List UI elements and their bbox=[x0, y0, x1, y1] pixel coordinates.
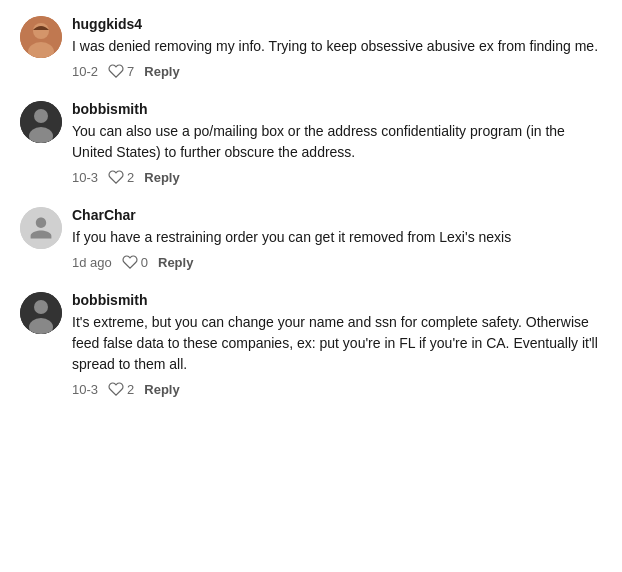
comment-text: I was denied removing my info. Trying to… bbox=[72, 36, 602, 57]
comment-text: You can also use a po/mailing box or the… bbox=[72, 121, 602, 163]
reply-button[interactable]: Reply bbox=[144, 64, 179, 79]
comment-meta: 10-3 2Reply bbox=[72, 381, 602, 397]
like-count: 7 bbox=[127, 64, 134, 79]
svg-point-4 bbox=[34, 109, 48, 123]
like-button[interactable]: 0 bbox=[122, 254, 148, 270]
comment-username: huggkids4 bbox=[72, 16, 602, 32]
heart-icon bbox=[108, 381, 124, 397]
reply-button[interactable]: Reply bbox=[144, 170, 179, 185]
comment-date: 1d ago bbox=[72, 255, 112, 270]
comment-text: If you have a restraining order you can … bbox=[72, 227, 602, 248]
comment-text: It's extreme, but you can change your na… bbox=[72, 312, 602, 375]
like-count: 2 bbox=[127, 382, 134, 397]
comment-item: bobbismithYou can also use a po/mailing … bbox=[20, 101, 602, 185]
like-button[interactable]: 2 bbox=[108, 169, 134, 185]
comment-username: bobbismith bbox=[72, 101, 602, 117]
avatar bbox=[20, 16, 62, 58]
comment-date: 10-3 bbox=[72, 382, 98, 397]
reply-button[interactable]: Reply bbox=[158, 255, 193, 270]
like-count: 0 bbox=[141, 255, 148, 270]
comment-meta: 1d ago 0Reply bbox=[72, 254, 602, 270]
svg-point-7 bbox=[34, 300, 48, 314]
comment-meta: 10-3 2Reply bbox=[72, 169, 602, 185]
comment-meta: 10-2 7Reply bbox=[72, 63, 602, 79]
comment-item: bobbismithIt's extreme, but you can chan… bbox=[20, 292, 602, 397]
like-button[interactable]: 2 bbox=[108, 381, 134, 397]
heart-icon bbox=[108, 169, 124, 185]
avatar bbox=[20, 292, 62, 334]
comment-item: CharCharIf you have a restraining order … bbox=[20, 207, 602, 270]
comment-item: huggkids4I was denied removing my info. … bbox=[20, 16, 602, 79]
svg-point-1 bbox=[33, 23, 49, 39]
heart-icon bbox=[122, 254, 138, 270]
comment-body: huggkids4I was denied removing my info. … bbox=[72, 16, 602, 79]
avatar bbox=[20, 101, 62, 143]
comments-list: huggkids4I was denied removing my info. … bbox=[20, 16, 602, 397]
like-count: 2 bbox=[127, 170, 134, 185]
heart-icon bbox=[108, 63, 124, 79]
avatar bbox=[20, 207, 62, 249]
comment-date: 10-3 bbox=[72, 170, 98, 185]
comment-username: bobbismith bbox=[72, 292, 602, 308]
comment-body: bobbismithIt's extreme, but you can chan… bbox=[72, 292, 602, 397]
comment-date: 10-2 bbox=[72, 64, 98, 79]
comment-username: CharChar bbox=[72, 207, 602, 223]
reply-button[interactable]: Reply bbox=[144, 382, 179, 397]
comment-body: CharCharIf you have a restraining order … bbox=[72, 207, 602, 270]
like-button[interactable]: 7 bbox=[108, 63, 134, 79]
comment-body: bobbismithYou can also use a po/mailing … bbox=[72, 101, 602, 185]
